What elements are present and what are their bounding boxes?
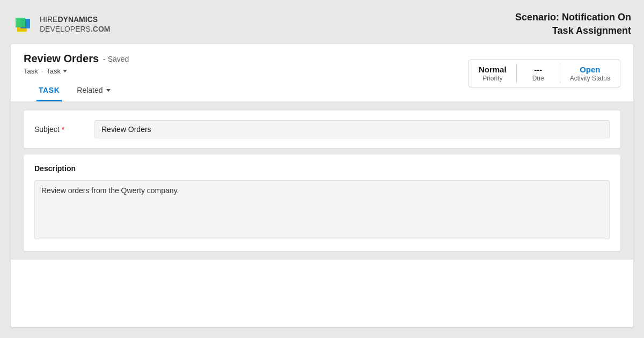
activity-value: Open (580, 65, 600, 74)
tab-row: TASK Related (24, 80, 469, 101)
activity-label: Activity Status (570, 75, 610, 82)
description-section: Description (24, 155, 620, 251)
breadcrumb-sep: · (41, 67, 43, 75)
status-area: Normal Priority --- Due Open Activity St… (469, 60, 620, 87)
related-chevron-icon (106, 89, 111, 92)
chevron-down-icon (63, 70, 67, 72)
priority-value: Normal (479, 65, 507, 74)
card-body: Subject* Review Orders Description (11, 102, 633, 260)
required-star: * (62, 125, 64, 134)
priority-label: Priority (482, 75, 502, 82)
top-bar: HIREDYNAMICS DEVELOPERS.COM Scenario: No… (11, 11, 633, 38)
subject-section: Subject* Review Orders (24, 111, 620, 148)
logo-icon (13, 13, 34, 35)
activity-block[interactable]: Open Activity Status (560, 62, 620, 85)
subject-field-row: Subject* Review Orders (34, 120, 610, 138)
logo-text: HIREDYNAMICS DEVELOPERS.COM (40, 14, 111, 34)
main-card: Review Orders - Saved Task · Task TASK R… (11, 44, 633, 327)
logo-dynamics: DYNAMICS (57, 15, 98, 24)
logo-developers: DEVELOPERS (40, 25, 91, 33)
record-title-row: Review Orders - Saved (24, 53, 469, 65)
due-label: Due (532, 75, 544, 82)
tab-task[interactable]: TASK (36, 80, 62, 101)
subject-input[interactable]: Review Orders (94, 120, 610, 138)
logo-hire: HIRE (40, 15, 57, 24)
saved-badge: - Saved (103, 55, 129, 63)
logo-dotcom: .COM (91, 25, 111, 33)
description-textarea[interactable] (34, 180, 610, 239)
subject-label: Subject* (34, 125, 88, 134)
logo-area: HIREDYNAMICS DEVELOPERS.COM (13, 13, 111, 35)
breadcrumb-task-1[interactable]: Task (24, 67, 38, 75)
scenario-title: Scenario: Notification On Task Assignmen… (515, 11, 631, 38)
due-block[interactable]: --- Due (517, 62, 560, 85)
description-title: Description (34, 164, 610, 173)
tab-related[interactable]: Related (75, 80, 112, 101)
due-value: --- (534, 65, 542, 74)
breadcrumb-task-2[interactable]: Task (46, 67, 67, 75)
breadcrumb-row: Task · Task (24, 67, 469, 75)
svg-rect-2 (16, 18, 25, 27)
card-header: Review Orders - Saved Task · Task TASK R… (11, 44, 633, 102)
record-title: Review Orders (24, 53, 99, 65)
card-header-left: Review Orders - Saved Task · Task TASK R… (24, 53, 469, 101)
priority-block[interactable]: Normal Priority (469, 62, 516, 85)
